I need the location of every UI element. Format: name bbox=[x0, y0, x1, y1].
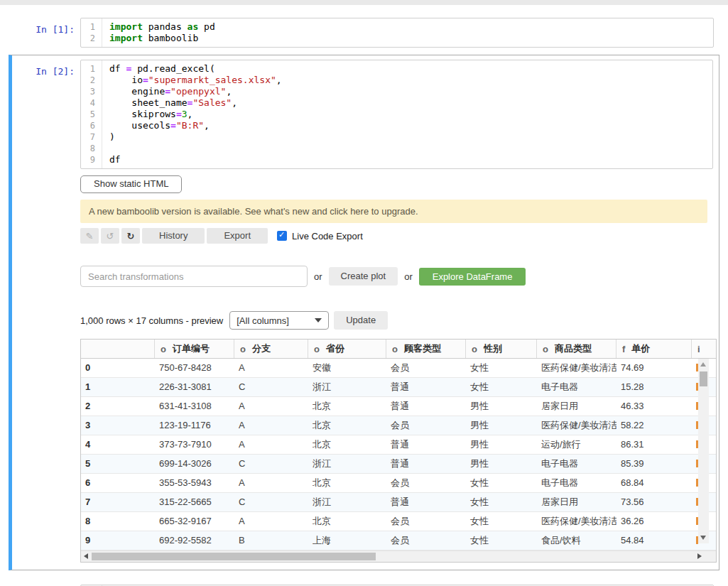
line-numbers: 12 bbox=[81, 18, 102, 47]
live-code-export-checkbox[interactable] bbox=[277, 231, 287, 241]
create-plot-button[interactable]: Create plot bbox=[329, 267, 398, 286]
table-cell: 女性 bbox=[466, 531, 537, 550]
code-lines[interactable]: import pandas as pdimport bamboolib bbox=[102, 18, 713, 47]
table-cell: 73.56 bbox=[616, 493, 692, 511]
table-cell: 医药保健/美妆清洁 bbox=[537, 416, 616, 435]
table-cell: 北京 bbox=[308, 435, 386, 454]
row-index: 4 bbox=[81, 435, 155, 454]
row-index: 9 bbox=[81, 531, 155, 550]
dtype-label: i bbox=[697, 344, 700, 354]
code-lines[interactable]: df = pd.read_excel( io="supermarkt_sales… bbox=[102, 60, 712, 168]
table-row[interactable]: 4373-73-7910A北京普通男性运动/旅行86.31 bbox=[81, 435, 716, 455]
history-button[interactable]: History bbox=[142, 228, 205, 244]
table-column-header[interactable]: f单价 bbox=[616, 340, 692, 358]
table-column-header[interactable]: o省份 bbox=[308, 340, 386, 358]
table-column-header[interactable]: i bbox=[692, 340, 716, 358]
explore-dataframe-button[interactable]: Explore DataFrame bbox=[419, 268, 526, 286]
table-cell: 医药保健/美妆清洁 bbox=[537, 512, 616, 531]
table-cell: B bbox=[234, 531, 308, 550]
undo-button[interactable]: ↺ bbox=[101, 228, 119, 244]
table-cell: 居家日用 bbox=[537, 397, 616, 416]
table-column-header[interactable]: o分支 bbox=[234, 340, 308, 358]
vertical-scrollbar-thumb[interactable] bbox=[700, 371, 707, 386]
table-row[interactable]: 8665-32-9167A北京会员女性医药保健/美妆清洁36.26 bbox=[81, 512, 716, 531]
table-cell: 会员 bbox=[386, 416, 466, 435]
table-row[interactable]: 0750-67-8428A安徽会员女性医药保健/美妆清洁74.69 bbox=[81, 359, 716, 378]
cell-prompt: In [2]: bbox=[12, 60, 80, 169]
redo-button[interactable]: ↻ bbox=[121, 228, 140, 244]
table-cell: 750-67-8428 bbox=[155, 359, 234, 377]
table-cell: 普通 bbox=[386, 397, 466, 416]
columns-dropdown[interactable]: [All columns] bbox=[229, 311, 329, 330]
table-cell: 食品/饮料 bbox=[537, 531, 616, 550]
table-cell: 36.26 bbox=[616, 512, 692, 531]
horizontal-scrollbar[interactable] bbox=[81, 550, 716, 562]
redo-icon: ↻ bbox=[127, 231, 135, 242]
browser-top-strip bbox=[0, 0, 728, 5]
column-label: 性别 bbox=[484, 342, 502, 355]
table-row[interactable]: 1226-31-3081C浙江普通女性电子电器15.28 bbox=[81, 378, 716, 397]
column-label: 分支 bbox=[252, 342, 271, 355]
row-index: 3 bbox=[81, 416, 155, 435]
table-row[interactable]: 6355-53-5943A北京会员女性电子电器68.84 bbox=[81, 474, 716, 493]
dtype-label: o bbox=[240, 344, 246, 354]
table-column-header[interactable]: o订单编号 bbox=[155, 340, 234, 358]
row-index: 5 bbox=[81, 455, 155, 473]
dtype-label: o bbox=[314, 344, 320, 354]
table-cell: C bbox=[234, 493, 308, 511]
table-column-header[interactable]: o商品类型 bbox=[537, 340, 616, 358]
table-cell: 女性 bbox=[466, 359, 537, 377]
table-cell: 上海 bbox=[308, 531, 386, 550]
table-cell: A bbox=[234, 397, 308, 416]
search-transformations-input[interactable] bbox=[80, 266, 308, 287]
table-row[interactable]: 5699-14-3026C浙江普通男性电子电器85.39 bbox=[81, 455, 716, 474]
update-button[interactable]: Update bbox=[334, 311, 388, 330]
transformation-row: or Create plot or Explore DataFrame bbox=[80, 266, 713, 287]
scroll-down-icon[interactable] bbox=[700, 536, 706, 540]
code-cell-2-selected[interactable]: In [2]: 123456789 df = pd.read_excel( io… bbox=[9, 55, 719, 570]
table-row[interactable]: 9692-92-5582B上海会员女性食品/饮料54.84 bbox=[81, 531, 716, 550]
table-cell: 631-41-3108 bbox=[155, 397, 234, 416]
table-cell: 226-31-3081 bbox=[155, 378, 234, 396]
table-cell: 女性 bbox=[466, 493, 537, 511]
code-editor[interactable]: 12 import pandas as pdimport bamboolib bbox=[80, 18, 714, 48]
table-cell: 北京 bbox=[308, 512, 386, 531]
line-numbers: 123456789 bbox=[81, 60, 102, 168]
show-static-html-button[interactable]: Show static HTML bbox=[80, 175, 182, 193]
table-row[interactable]: 2631-41-3108A北京普通男性居家日用46.33 bbox=[81, 397, 716, 416]
scroll-up-icon[interactable] bbox=[700, 362, 706, 367]
table-cell: 电子电器 bbox=[537, 474, 616, 492]
table-row[interactable]: 3123-19-1176A北京会员男性医药保健/美妆清洁58.22 bbox=[81, 416, 716, 435]
or-text: or bbox=[314, 271, 322, 282]
table-cell: 浙江 bbox=[308, 378, 386, 396]
table-cell: 85.39 bbox=[616, 455, 692, 473]
table-cell: 54.84 bbox=[616, 531, 692, 550]
scroll-left-icon[interactable] bbox=[84, 553, 88, 559]
table-column-header[interactable]: o顾客类型 bbox=[386, 340, 466, 358]
table-cell: 74.69 bbox=[616, 359, 692, 377]
update-banner[interactable]: A new bamboolib version is available. Se… bbox=[80, 200, 707, 223]
scroll-right-icon[interactable] bbox=[697, 553, 702, 559]
horizontal-scrollbar-thumb[interactable] bbox=[92, 553, 376, 560]
table-body: 0750-67-8428A安徽会员女性医药保健/美妆清洁74.691226-31… bbox=[81, 359, 716, 550]
table-row[interactable]: 7315-22-5665C浙江普通女性居家日用73.56 bbox=[81, 493, 716, 512]
bamboolib-toolbar: ✎ ↺ ↻ History Export Live Code Export bbox=[80, 228, 713, 244]
table-cell: 电子电器 bbox=[537, 378, 616, 396]
pencil-icon: ✎ bbox=[86, 231, 94, 242]
table-cell: 86.31 bbox=[616, 435, 692, 454]
or-text: or bbox=[404, 271, 413, 282]
undo-icon: ↺ bbox=[107, 231, 114, 242]
cell-input-row: In [2]: 123456789 df = pd.read_excel( io… bbox=[12, 60, 713, 169]
export-button[interactable]: Export bbox=[207, 228, 268, 244]
table-cell: 会员 bbox=[386, 512, 466, 531]
edit-button[interactable]: ✎ bbox=[80, 228, 99, 244]
table-column-header[interactable]: o性别 bbox=[466, 340, 537, 358]
preview-summary: 1,000 rows × 17 columns - preview bbox=[80, 315, 223, 326]
vertical-scrollbar[interactable] bbox=[698, 359, 709, 543]
code-editor[interactable]: 123456789 df = pd.read_excel( io="superm… bbox=[80, 60, 713, 169]
table-cell: 会员 bbox=[386, 531, 466, 550]
table-cell: 浙江 bbox=[308, 455, 386, 473]
row-index: 0 bbox=[81, 359, 155, 377]
table-cell: 会员 bbox=[386, 474, 466, 492]
table-column-header[interactable] bbox=[81, 340, 155, 358]
